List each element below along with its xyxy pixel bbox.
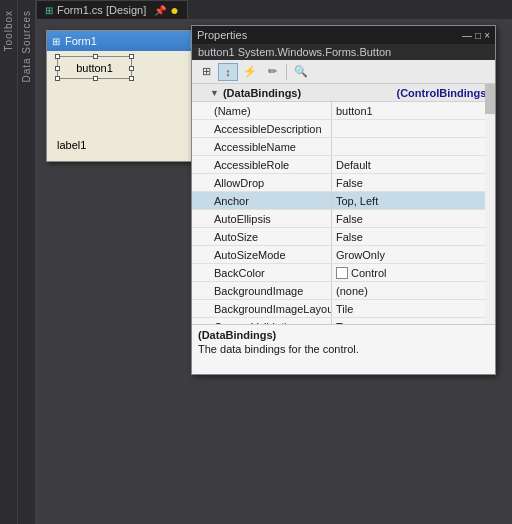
- prop-autoellipsis-value: False: [332, 210, 495, 227]
- handle-mr: [129, 66, 134, 71]
- datasources-label[interactable]: Data Sources: [21, 10, 32, 83]
- props-row-backcolor[interactable]: BackColor Control: [192, 264, 495, 282]
- prop-autosizemode-label: AutoSizeMode: [192, 246, 332, 263]
- prop-autosize-value: False: [332, 228, 495, 245]
- props-maximize-btn[interactable]: □: [475, 30, 481, 41]
- form-label1: label1: [57, 139, 86, 151]
- props-properties-btn[interactable]: ⚡: [240, 63, 260, 81]
- expand-icon: ▼: [210, 88, 219, 98]
- form-icon: ⊞: [45, 5, 53, 16]
- props-minimize-btn[interactable]: —: [462, 30, 472, 41]
- handle-tm: [93, 54, 98, 59]
- handle-tl: [55, 54, 60, 59]
- tab-label: Form1.cs [Design]: [57, 4, 146, 16]
- prop-accessible-role-label: AccessibleRole: [192, 156, 332, 173]
- props-categorized-btn[interactable]: ⊞: [196, 63, 216, 81]
- props-row-anchor[interactable]: Anchor Top, Left: [192, 192, 495, 210]
- props-row-bgimagelayout[interactable]: BackgroundImageLayout Tile: [192, 300, 495, 318]
- props-row-autosize[interactable]: AutoSize False: [192, 228, 495, 246]
- props-row-accessible-name[interactable]: AccessibleName: [192, 138, 495, 156]
- prop-name-label: (Name): [192, 102, 332, 119]
- toolbox-bar: Toolbox: [0, 0, 18, 524]
- props-search-btn[interactable]: 🔍: [291, 63, 311, 81]
- prop-accessible-desc-value: [332, 120, 495, 137]
- toolbox-label[interactable]: Toolbox: [3, 10, 14, 51]
- props-row-autosizemode[interactable]: AutoSizeMode GrowOnly: [192, 246, 495, 264]
- props-close-btn[interactable]: ×: [484, 30, 490, 41]
- props-row-causesvalidation[interactable]: CausesValidation True: [192, 318, 495, 324]
- props-row-allowdrop[interactable]: AllowDrop False: [192, 174, 495, 192]
- prop-anchor-value: Top, Left: [332, 192, 495, 209]
- props-row-name[interactable]: (Name) button1: [192, 102, 495, 120]
- prop-accessible-role-value: Default: [332, 156, 495, 173]
- prop-bgimagelayout-value: Tile: [332, 300, 495, 317]
- prop-anchor-label: Anchor: [192, 192, 332, 209]
- design-area: ⊞ Form1 — □ ✕ button1: [36, 20, 512, 524]
- tab-pin-icon[interactable]: 📌: [154, 5, 166, 16]
- prop-bgimagelayout-label: BackgroundImageLayout: [192, 300, 332, 317]
- prop-allowdrop-value: False: [332, 174, 495, 191]
- props-description: (DataBindings) The data bindings for the…: [192, 324, 495, 374]
- prop-accessible-name-value: [332, 138, 495, 155]
- backcolor-swatch: [336, 267, 348, 279]
- props-row-accessible-desc[interactable]: AccessibleDescription: [192, 120, 495, 138]
- prop-bgimage-label: BackgroundImage: [192, 282, 332, 299]
- props-titlebar-btns: — □ ×: [462, 30, 490, 41]
- handle-br: [129, 76, 134, 81]
- prop-bgimage-value: (none): [332, 282, 495, 299]
- props-row-accessible-role[interactable]: AccessibleRole Default: [192, 156, 495, 174]
- prop-allowdrop-label: AllowDrop: [192, 174, 332, 191]
- design-tab[interactable]: ⊞ Form1.cs [Design] 📌 ●: [36, 0, 188, 19]
- form-button1-label: button1: [76, 62, 113, 74]
- tab-bar: ⊞ Form1.cs [Design] 📌 ●: [36, 0, 512, 20]
- props-titlebar: Properties — □ ×: [192, 26, 495, 44]
- group-header-name: (DataBindings): [223, 87, 301, 99]
- form-label1-text: label1: [57, 139, 86, 151]
- props-subtitle: button1 System.Windows.Forms.Button: [192, 44, 495, 60]
- prop-autoellipsis-label: AutoEllipsis: [192, 210, 332, 227]
- form-title: Form1: [65, 35, 185, 47]
- props-subtitle-text: button1 System.Windows.Forms.Button: [198, 46, 391, 58]
- prop-autosizemode-value: GrowOnly: [332, 246, 495, 263]
- prop-backcolor-label: BackColor: [192, 264, 332, 281]
- scrollbar-thumb[interactable]: [485, 84, 495, 114]
- prop-name-value: button1: [332, 102, 495, 119]
- handle-tr: [129, 54, 134, 59]
- props-desc-text: The data bindings for the control.: [198, 343, 489, 355]
- prop-causesvalidation-label: CausesValidation: [192, 318, 332, 324]
- props-toolbar-separator: [286, 64, 287, 80]
- form-button1[interactable]: button1: [57, 56, 132, 79]
- prop-accessible-desc-label: AccessibleDescription: [192, 120, 332, 137]
- props-toolbar: ⊞ ↕ ⚡ ✏ 🔍: [192, 60, 495, 84]
- prop-autosize-label: AutoSize: [192, 228, 332, 245]
- props-row-autoellipsis[interactable]: AutoEllipsis False: [192, 210, 495, 228]
- datasources-bar: Data Sources: [18, 0, 36, 524]
- prop-backcolor-value: Control: [332, 264, 495, 281]
- prop-causesvalidation-value: True: [332, 318, 495, 324]
- props-desc-title: (DataBindings): [198, 329, 489, 341]
- prop-accessible-name-label: AccessibleName: [192, 138, 332, 155]
- props-group-header: ▼ (DataBindings) (ControlBindings): [192, 84, 495, 102]
- scrollbar-track[interactable]: [485, 84, 495, 324]
- properties-panel: Properties — □ × button1 System.Windows.…: [191, 25, 496, 375]
- props-row-bgimage[interactable]: BackgroundImage (none): [192, 282, 495, 300]
- props-title: Properties: [197, 29, 462, 41]
- tab-modified-dot: ●: [170, 3, 178, 17]
- props-alphabetical-btn[interactable]: ↕: [218, 63, 238, 81]
- form-titlebar-icon: ⊞: [52, 36, 60, 47]
- props-grid[interactable]: ▼ (DataBindings) (ControlBindings) (Name…: [192, 84, 495, 324]
- handle-bm: [93, 76, 98, 81]
- props-events-btn[interactable]: ✏: [262, 63, 282, 81]
- handle-bl: [55, 76, 60, 81]
- handle-ml: [55, 66, 60, 71]
- group-header-value: (ControlBindings): [397, 87, 490, 99]
